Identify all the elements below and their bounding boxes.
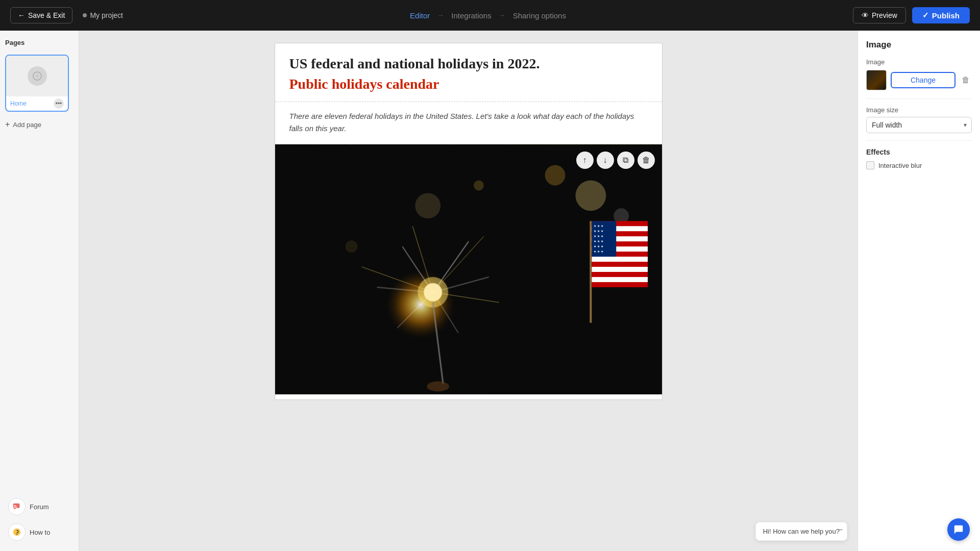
howto-label: How to — [30, 529, 50, 536]
panel-divider-2 — [866, 140, 972, 141]
image-block[interactable]: ★ ★ ★ ★ ★ ★ ★ ★ ★ ★ ★ ★ ★ ★ ★ ★ ★ ★ ↑ — [275, 144, 662, 394]
nav-arrow-1: → — [437, 11, 444, 19]
add-page-button[interactable]: + Add page — [5, 120, 74, 129]
svg-text:★ ★ ★: ★ ★ ★ — [594, 245, 603, 248]
left-sidebar: Pages Home ••• + Add page — [0, 31, 79, 551]
help-widget: − Hi! How can we help you? — [755, 522, 847, 541]
preview-button[interactable]: 👁 Preview — [853, 7, 906, 23]
chat-fab-button[interactable] — [947, 518, 970, 541]
image-move-up-button[interactable]: ↑ — [576, 152, 594, 169]
nav-arrow-2: → — [499, 11, 506, 19]
image-size-label: Image size — [866, 106, 972, 114]
nav-editor[interactable]: Editor — [410, 11, 430, 20]
svg-text:★ ★ ★: ★ ★ ★ — [594, 235, 603, 238]
image-label: Image — [866, 58, 972, 66]
preview-label: Preview — [872, 11, 897, 19]
svg-rect-32 — [592, 267, 648, 272]
page-card-home[interactable]: Home ••• — [5, 55, 69, 112]
svg-point-5 — [575, 180, 606, 211]
svg-point-6 — [545, 165, 565, 186]
howto-icon — [8, 523, 26, 541]
size-select[interactable]: Full width Medium Small — [866, 117, 972, 133]
svg-text:★ ★ ★: ★ ★ ★ — [594, 224, 603, 228]
svg-point-2 — [13, 529, 20, 536]
svg-point-10 — [345, 240, 357, 253]
svg-text:★ ★ ★: ★ ★ ★ — [594, 250, 603, 253]
svg-point-3 — [16, 534, 17, 535]
main-layout: Pages Home ••• + Add page — [0, 31, 980, 551]
body-text: There are eleven federal holidays in the… — [289, 110, 648, 135]
svg-text:★ ★ ★: ★ ★ ★ — [594, 230, 603, 233]
svg-point-9 — [415, 193, 440, 218]
body-block: There are eleven federal holidays in the… — [275, 102, 662, 144]
eye-icon: 👁 — [862, 11, 869, 19]
sidebar-bottom: Forum How to — [5, 496, 74, 543]
svg-rect-33 — [592, 277, 648, 282]
image-move-down-button[interactable]: ↓ — [597, 152, 614, 169]
effects-row: Interactive blur — [866, 161, 972, 169]
image-placeholder: ★ ★ ★ ★ ★ ★ ★ ★ ★ ★ ★ ★ ★ ★ ★ ★ ★ ★ ↑ — [275, 144, 662, 394]
save-exit-button[interactable]: ← Save & Exit — [10, 7, 72, 23]
change-image-button[interactable]: Change — [891, 72, 955, 88]
page-more-button[interactable]: ••• — [54, 98, 64, 109]
publish-label: Publish — [932, 11, 960, 20]
interactive-blur-checkbox[interactable] — [866, 161, 874, 169]
panel-divider-1 — [866, 98, 972, 99]
topnav: ← Save & Exit My project Editor → Integr… — [0, 0, 980, 31]
nav-sharing[interactable]: Sharing options — [513, 11, 566, 20]
svg-rect-31 — [592, 257, 648, 262]
page-icon — [28, 66, 47, 86]
plus-icon: + — [5, 120, 10, 129]
forum-icon — [8, 498, 26, 515]
delete-image-button[interactable]: 🗑 — [960, 73, 972, 87]
project-name-label: My project — [90, 11, 123, 19]
add-page-label: Add page — [13, 121, 41, 129]
topnav-left: ← Save & Exit My project — [10, 7, 123, 23]
size-select-wrapper: Full width Medium Small ▾ — [866, 117, 972, 133]
image-controls: ↑ ↓ ⧉ 🗑 — [576, 152, 655, 169]
image-thumbnail — [866, 70, 887, 90]
project-name: My project — [83, 11, 123, 19]
publish-button[interactable]: ✓ Publish — [912, 7, 970, 23]
svg-point-8 — [473, 180, 483, 190]
interactive-blur-label: Interactive blur — [878, 162, 922, 169]
help-minimize-button[interactable]: − — [839, 525, 843, 534]
image-row: Change 🗑 — [866, 70, 972, 90]
center-content: US federal and national holidays in 2022… — [79, 31, 857, 551]
pages-title: Pages — [5, 39, 74, 46]
help-text: Hi! How can we help you? — [763, 528, 840, 535]
effects-title: Effects — [866, 148, 972, 156]
page-title-line2: Public holidays calendar — [289, 76, 648, 92]
topnav-right: 👁 Preview ✓ Publish — [853, 7, 970, 23]
title-block: US federal and national holidays in 2022… — [275, 43, 662, 102]
forum-item[interactable]: Forum — [5, 496, 74, 517]
nav-integrations[interactable]: Integrations — [451, 11, 491, 20]
page-card-label: Home ••• — [6, 96, 68, 111]
svg-point-25 — [427, 381, 449, 391]
home-label: Home — [10, 100, 27, 107]
forum-label: Forum — [30, 503, 49, 511]
topnav-center: Editor → Integrations → Sharing options — [410, 11, 566, 20]
dot-icon — [83, 13, 87, 17]
page-editor: US federal and national holidays in 2022… — [275, 43, 663, 400]
right-panel: Image Image Change 🗑 Image size Full wid… — [857, 31, 980, 551]
svg-text:★ ★ ★: ★ ★ ★ — [594, 240, 603, 243]
page-title-line1: US federal and national holidays in 2022… — [289, 56, 648, 72]
back-arrow-icon: ← — [18, 11, 25, 19]
save-exit-label: Save & Exit — [28, 11, 65, 19]
panel-title: Image — [866, 40, 972, 50]
checkmark-icon: ✓ — [922, 11, 929, 20]
image-duplicate-button[interactable]: ⧉ — [617, 152, 634, 169]
page-card-preview — [6, 56, 68, 96]
image-delete-button[interactable]: 🗑 — [638, 152, 655, 169]
howto-item[interactable]: How to — [5, 521, 74, 543]
